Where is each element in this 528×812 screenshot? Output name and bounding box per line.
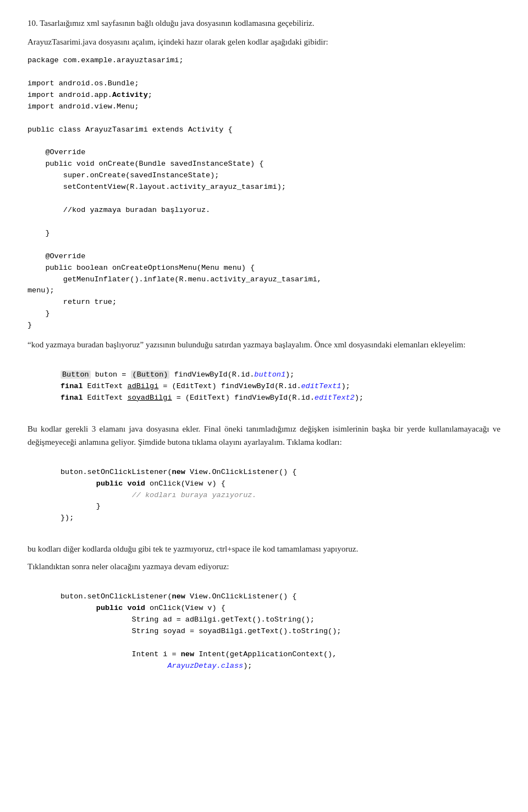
- section-para-4: bu kodları diğer kodlarda olduğu gibi te…: [28, 542, 501, 555]
- onclick-line-2: public void onClick(View v) {: [61, 479, 226, 488]
- onclick2-line-6: Intent i = new Intent(getApplicationCont…: [61, 650, 337, 658]
- onclick-line-5: });: [61, 514, 74, 522]
- onclick2-line-2: public void onClick(View v) {: [61, 604, 226, 612]
- onclick2-line-7: ArayuzDetay.class);: [61, 662, 252, 670]
- section-para-5: Tıklandıktan sonra neler olacağını yazma…: [28, 560, 501, 573]
- section-para-3: Bu kodlar gerekli 3 elamanı java dosyası…: [28, 422, 501, 449]
- page-content: 10. Tasarlaığımız xml sayfasının bağlı o…: [28, 17, 501, 683]
- intro-paragraph-2: ArayuzTasarimi.java dosyasını açalım, iç…: [28, 35, 501, 48]
- onclick2-line-4: String soyad = soyadBilgi.getText().toSt…: [61, 627, 341, 635]
- findview-code-block: Button buton = (Button) findViewById(R.i…: [61, 358, 501, 416]
- section-para-2: “kod yazmaya buradan başlıyoruz” yazısın…: [28, 338, 501, 351]
- onclick-line-3: // kodları buraya yazıyoruz.: [61, 491, 256, 499]
- findview-line-3: final EditText soyadBilgi = (EditText) f…: [61, 394, 364, 402]
- code-package: package com.example.arayuztasarimi; impo…: [28, 56, 322, 329]
- findview-line-1: Button buton = (Button) findViewById(R.i…: [61, 370, 294, 379]
- intro-paragraph-1: 10. Tasarlaığımız xml sayfasının bağlı o…: [28, 17, 501, 30]
- onclick-line-4: }: [61, 502, 101, 510]
- findview-line-2: final EditText adBilgi = (EditText) find…: [61, 382, 350, 390]
- main-code-block: package com.example.arayuztasarimi; impo…: [28, 55, 501, 331]
- onclick2-line-1: buton.setOnClickListener(new View.OnClic…: [61, 592, 296, 601]
- onclick-code-block-1: buton.setOnClickListener(new View.OnClic…: [61, 455, 501, 536]
- onclick2-line-3: String ad = adBilgi.getText().toString()…: [61, 615, 315, 624]
- onclick-line-1: buton.setOnClickListener(new View.OnClic…: [61, 468, 296, 476]
- onclick-code-block-2: buton.setOnClickListener(new View.OnClic…: [61, 580, 501, 683]
